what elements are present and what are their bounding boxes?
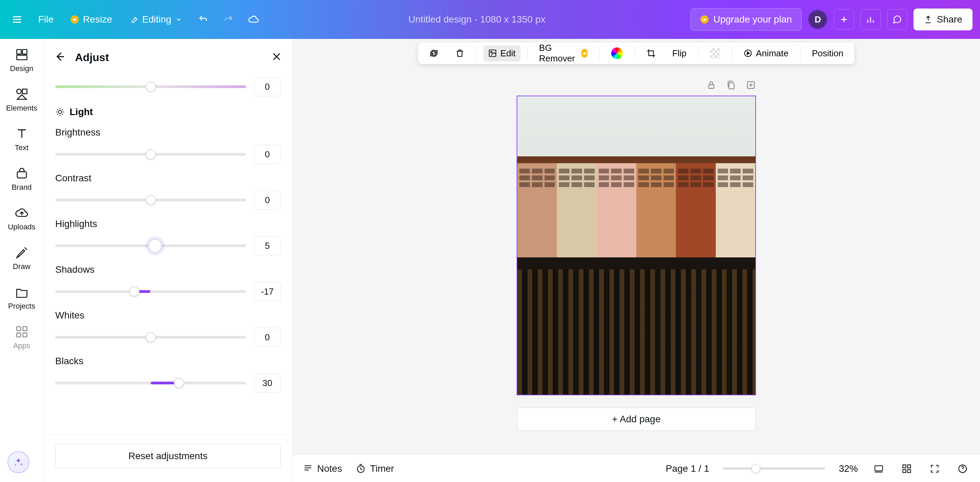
blacks-value[interactable]: 30 <box>254 373 281 393</box>
tint-value[interactable]: 0 <box>254 77 281 96</box>
analytics-button[interactable] <box>860 9 881 30</box>
upgrade-plan-button[interactable]: Upgrade your plan <box>690 8 802 31</box>
context-toolbar: Edit BG Remover Flip Animate Position <box>418 42 854 64</box>
shadows-value[interactable]: -17 <box>254 282 281 301</box>
regenerate-button[interactable] <box>424 46 443 61</box>
transparency-button[interactable] <box>705 45 725 61</box>
timer-button[interactable]: Timer <box>356 463 394 474</box>
brightness-slider[interactable] <box>55 153 246 156</box>
animate-button[interactable]: Animate <box>739 45 793 61</box>
checker-icon <box>710 48 720 58</box>
svg-line-27 <box>57 109 58 110</box>
fullscreen-icon[interactable] <box>928 461 942 476</box>
crop-button[interactable] <box>641 46 660 61</box>
avatar[interactable]: D <box>808 10 827 29</box>
reset-adjustments-button[interactable]: Reset adjustments <box>55 444 281 468</box>
panel-title: Adjust <box>75 51 261 64</box>
resize-label: Resize <box>83 14 112 25</box>
rail-draw[interactable]: Draw <box>0 246 43 271</box>
color-button[interactable] <box>607 45 628 62</box>
chevron-down-icon <box>175 16 182 23</box>
top-bar: File Resize Editing Untitled design - 10… <box>0 0 980 39</box>
position-label: Position <box>812 48 843 59</box>
notes-button[interactable]: Notes <box>303 463 342 474</box>
close-button[interactable] <box>271 51 282 64</box>
duplicate-page-icon[interactable] <box>726 80 736 90</box>
animate-label: Animate <box>756 48 788 59</box>
share-button[interactable]: Share <box>913 8 972 30</box>
svg-rect-12 <box>22 89 27 94</box>
resize-menu[interactable]: Resize <box>65 11 118 28</box>
contrast-value[interactable]: 0 <box>254 190 281 210</box>
redo-button[interactable] <box>219 10 238 29</box>
light-section-header: Light <box>55 107 281 117</box>
file-menu[interactable]: File <box>33 11 59 28</box>
menu-hamburger-icon[interactable] <box>8 10 27 29</box>
zoom-slider[interactable] <box>723 467 825 470</box>
svg-rect-17 <box>17 333 21 337</box>
position-button[interactable]: Position <box>807 45 848 61</box>
back-button[interactable] <box>54 51 65 64</box>
highlights-value[interactable]: 5 <box>254 236 281 255</box>
rail-apps[interactable]: Apps <box>0 325 43 350</box>
brightness-value[interactable]: 0 <box>254 145 281 164</box>
share-label: Share <box>937 14 962 25</box>
timer-label: Timer <box>370 463 394 474</box>
rail-apps-label: Apps <box>13 342 30 350</box>
whites-value[interactable]: 0 <box>254 328 281 347</box>
undo-button[interactable] <box>194 10 213 29</box>
adjust-panel: Adjust 0 Light Brightness <box>44 39 293 482</box>
rail-brand[interactable]: Brand <box>0 167 43 192</box>
contrast-label: Contrast <box>55 173 281 184</box>
edit-button[interactable]: Edit <box>483 45 520 61</box>
rail-text[interactable]: Text <box>0 127 43 152</box>
svg-rect-45 <box>908 469 911 472</box>
svg-rect-18 <box>23 333 27 337</box>
light-section-label: Light <box>70 107 93 117</box>
highlights-slider[interactable] <box>55 244 246 247</box>
shadows-slider[interactable] <box>55 290 246 293</box>
tint-slider[interactable] <box>55 85 246 88</box>
magic-button[interactable] <box>8 451 29 473</box>
upload-icon <box>924 15 932 24</box>
slideshow-view-icon[interactable] <box>872 461 886 476</box>
add-member-button[interactable] <box>834 9 854 30</box>
delete-button[interactable] <box>450 46 469 61</box>
rail-design[interactable]: Design <box>0 48 43 73</box>
grid-view-icon[interactable] <box>899 461 914 476</box>
flip-button[interactable]: Flip <box>667 45 691 61</box>
rail-projects[interactable]: Projects <box>0 286 43 311</box>
page-actions <box>517 80 756 90</box>
cloud-sync-icon[interactable] <box>244 10 263 29</box>
page-indicator[interactable]: Page 1 / 1 <box>666 463 709 474</box>
add-page-button[interactable]: + Add page <box>517 408 756 431</box>
blacks-label: Blacks <box>55 356 281 367</box>
svg-line-30 <box>62 109 63 110</box>
bg-remover-button[interactable]: BG Remover <box>535 40 593 67</box>
svg-point-32 <box>491 51 492 53</box>
whites-label: Whites <box>55 310 281 321</box>
svg-rect-44 <box>903 469 906 472</box>
design-title[interactable]: Untitled design - 1080 x 1350 px <box>269 14 684 25</box>
svg-rect-34 <box>709 85 714 88</box>
rail-elements[interactable]: Elements <box>0 88 43 113</box>
svg-line-29 <box>57 114 58 115</box>
notes-icon <box>303 464 313 474</box>
blacks-slider[interactable] <box>55 381 246 385</box>
svg-point-11 <box>17 89 21 94</box>
comment-button[interactable] <box>887 9 907 30</box>
canvas-page[interactable] <box>517 96 756 395</box>
rail-uploads[interactable]: Uploads <box>0 206 43 231</box>
zoom-value[interactable]: 32% <box>839 463 858 474</box>
brightness-label: Brightness <box>55 127 281 138</box>
lock-icon[interactable] <box>706 80 716 90</box>
animate-icon <box>744 49 752 58</box>
svg-rect-8 <box>17 49 21 54</box>
help-icon[interactable] <box>955 461 970 476</box>
rail-draw-label: Draw <box>13 262 30 271</box>
add-page-icon[interactable] <box>746 80 756 90</box>
contrast-slider[interactable] <box>55 199 246 201</box>
whites-slider[interactable] <box>55 336 246 338</box>
sun-icon <box>55 107 65 117</box>
editing-menu[interactable]: Editing <box>124 11 188 28</box>
